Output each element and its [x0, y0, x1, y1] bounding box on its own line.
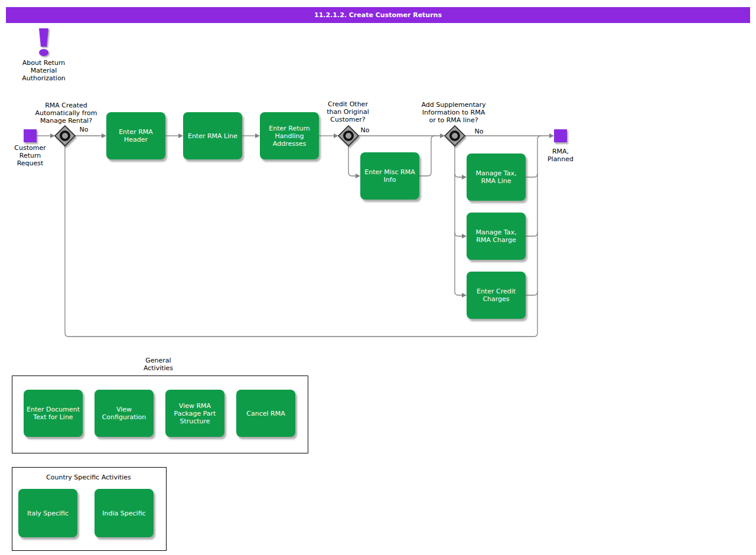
activity-label: Enter Document Text for Line — [25, 406, 82, 421]
arrowhead — [50, 133, 55, 138]
activity-enter-rma-line[interactable]: Enter RMA Line — [183, 112, 242, 159]
arrowhead — [178, 133, 183, 138]
arrowhead — [334, 133, 338, 138]
activity-label: Enter RMA Header — [117, 128, 155, 143]
activity-enter-return-handling-addresses[interactable]: Enter Return Handling Addresses — [260, 112, 319, 159]
decision3-label: Add Supplementary Information to RMA or … — [409, 101, 498, 124]
general-activities-title: General Activities — [129, 357, 188, 372]
activity-label: Enter Credit Charges — [475, 288, 517, 303]
decision1-branch-label: No — [77, 126, 91, 133]
arrowhead — [440, 133, 445, 138]
activity-enter-rma-header[interactable]: Enter RMA Header — [106, 112, 165, 159]
activity-enter-misc-rma-info[interactable]: Enter Misc RMA Info — [360, 152, 419, 200]
activity-view-rma-package-part-structure[interactable]: View RMA Package Part Structure — [165, 390, 224, 437]
activity-view-configuration[interactable]: View Configuration — [94, 390, 154, 437]
arrowhead — [255, 133, 260, 138]
decision-diamond-add-supplementary — [445, 126, 465, 146]
activity-label: India Specific — [100, 510, 147, 517]
connector-decision2-to-misc — [348, 146, 356, 176]
activity-cancel-rma[interactable]: Cancel RMA — [236, 390, 295, 437]
country-specific-activities-title: Country Specific Activities — [12, 474, 165, 481]
connector-credit-return — [526, 292, 537, 295]
start-event-label: Customer Return Request — [4, 144, 57, 167]
connector-misc-return — [419, 136, 435, 176]
arrowhead — [462, 234, 467, 239]
activity-label: Enter RMA Line — [186, 132, 239, 140]
activity-label: Enter Misc RMA Info — [363, 168, 417, 184]
decision-diamond-credit-other — [338, 126, 359, 146]
activity-label: Manage Tax, RMA Line — [474, 169, 519, 185]
process-diagram-page: 11.2.1.2. Create Customer Returns About … — [0, 0, 756, 555]
start-event-customer-return-request[interactable] — [24, 129, 37, 142]
arrowhead — [462, 293, 467, 298]
decision3-branch-label: No — [472, 128, 486, 135]
connector-tax-charge-return — [526, 233, 537, 236]
activity-enter-credit-charges[interactable]: Enter Credit Charges — [467, 272, 526, 319]
activity-label: Cancel RMA — [245, 410, 286, 417]
decision2-label: Credit Other than Original Customer? — [312, 100, 383, 123]
activity-label: Enter Return Handling Addresses — [267, 125, 312, 148]
activity-label: Italy Specific — [25, 510, 70, 517]
connector-decision1-bypass — [65, 146, 534, 337]
activity-manage-tax-rma-charge[interactable]: Manage Tax, RMA Charge — [467, 213, 526, 260]
arrowhead — [462, 175, 467, 179]
activity-manage-tax-rma-line[interactable]: Manage Tax, RMA Line — [467, 154, 526, 201]
arrowhead — [549, 133, 554, 138]
connector-decision3-branch — [455, 146, 462, 295]
connector-branch-tax-charge — [455, 233, 462, 236]
connector-tax-line-return — [526, 174, 537, 177]
activity-enter-document-text-for-line[interactable]: Enter Document Text for Line — [24, 390, 83, 437]
end-event-label: RMA, Planned — [537, 148, 584, 163]
activity-label: View RMA Package Part Structure — [172, 402, 218, 425]
arrowhead — [356, 174, 360, 178]
activity-india-specific[interactable]: India Specific — [94, 489, 154, 537]
decision2-branch-label: No — [358, 126, 372, 134]
decision1-label: RMA Created Automatically from Manage Re… — [19, 102, 113, 125]
arrowhead — [102, 133, 106, 138]
activity-label: Manage Tax, RMA Charge — [474, 228, 519, 244]
activity-label: View Configuration — [100, 406, 148, 421]
activity-italy-specific[interactable]: Italy Specific — [18, 489, 77, 537]
end-event-rma-planned[interactable] — [554, 129, 567, 142]
connector-branch-tax-line — [455, 174, 462, 177]
decision-diamond-rma-created — [55, 126, 75, 146]
